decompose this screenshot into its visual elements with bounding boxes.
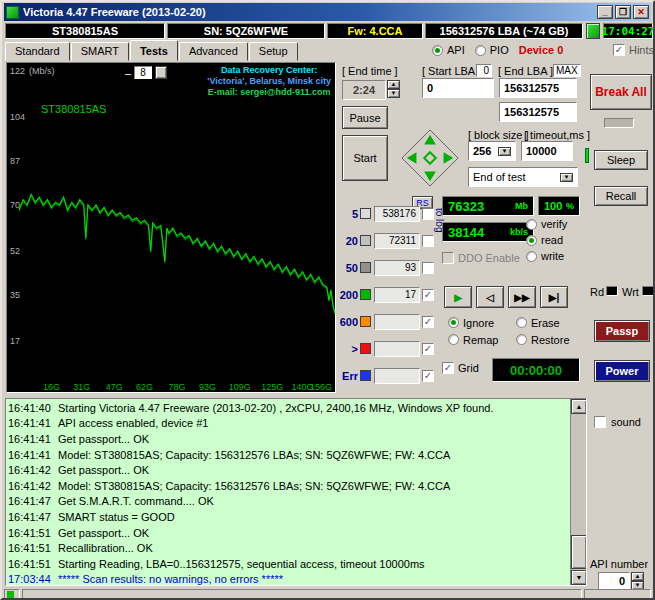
stat-log-checkbox[interactable]: ✓ — [422, 289, 434, 301]
combo-arrow-icon[interactable]: ▼ — [498, 147, 511, 156]
radio-icon[interactable] — [516, 334, 527, 345]
grid-label: Grid — [458, 362, 479, 374]
log-time: 16:41:51 — [8, 558, 58, 570]
stat-log-checkbox[interactable]: ✓ — [422, 370, 434, 382]
stat-log-checkbox[interactable]: ✓ — [422, 343, 434, 355]
scroll-up-icon[interactable]: ▲ — [571, 399, 587, 414]
close-button[interactable]: ✕ — [633, 5, 649, 19]
spin-up-icon[interactable]: ▲ — [631, 572, 644, 581]
drive-model-box: ST380815AS — [5, 23, 165, 39]
stat-log-checkbox[interactable] — [422, 208, 434, 220]
hints-label: Hints — [629, 44, 654, 56]
rw-option-label: write — [541, 250, 564, 262]
window-title: Victoria 4.47 Freeware (2013-02-20) — [23, 6, 595, 18]
defect-option-label: Ignore — [463, 317, 494, 329]
log-scrollbar[interactable]: ▲ ▼ — [570, 399, 586, 585]
start-lba-label: [ Start LBA ]: — [422, 65, 484, 77]
log-lines: 16:41:40Starting Victoria 4.47 Freeware … — [8, 400, 584, 586]
end-time-spinner[interactable]: ▲ ▼ — [387, 80, 400, 98]
block-size-combo[interactable]: 256 ▼ — [468, 141, 516, 161]
pio-radio[interactable] — [475, 45, 486, 56]
sleep-button[interactable]: Sleep — [594, 150, 648, 170]
tab-tests[interactable]: Tests — [130, 40, 178, 61]
grid-checkbox[interactable]: ✓ — [442, 362, 454, 374]
transport: ▶◁▶▶▶| — [444, 286, 568, 308]
svg-text:109G: 109G — [229, 382, 251, 392]
log-time: 17:03:44 — [8, 573, 58, 585]
radio-icon[interactable] — [448, 317, 459, 328]
graph-banner: Data Recovery Center: 'Victoria', Belaru… — [207, 65, 331, 98]
radio-icon[interactable] — [516, 317, 527, 328]
log-text: Get passport... OK — [58, 464, 149, 476]
defect-erase-option[interactable]: Erase — [516, 314, 584, 331]
sound-checkbox[interactable] — [594, 416, 606, 428]
combo-arrow-icon[interactable]: ▼ — [560, 173, 573, 182]
end-lba-input[interactable]: 156312575 — [499, 78, 577, 98]
radio-icon[interactable] — [526, 251, 537, 262]
end-of-test-combo[interactable]: End of test ▼ — [468, 167, 578, 187]
tab-setup[interactable]: Setup — [249, 42, 298, 61]
rw-mode-group: verifyreadwrite — [526, 216, 567, 264]
tab-standard[interactable]: Standard — [5, 42, 70, 61]
start-lba-input[interactable]: 0 — [422, 78, 494, 98]
stat-log-checkbox[interactable]: ✓ — [422, 316, 434, 328]
log-time: 16:41:41 — [8, 417, 58, 429]
rw-option-label: read — [541, 234, 563, 246]
scrollbar-thumb[interactable] — [571, 535, 587, 569]
stat-count — [374, 341, 420, 357]
log-line: 16:41:51Get passport... OK — [8, 525, 584, 541]
api-radio[interactable] — [432, 45, 443, 56]
avg-spin-button[interactable] — [155, 66, 167, 79]
tab-bar: StandardSMARTTestsAdvancedSetup — [5, 41, 299, 61]
percent-value: 100 — [544, 200, 562, 212]
end-lba-badge: MAX — [553, 64, 581, 77]
spin-up-icon[interactable]: ▲ — [387, 80, 400, 89]
seek-pad[interactable] — [400, 128, 460, 190]
defect-restore-option[interactable]: Restore — [516, 331, 584, 348]
stat-log-checkbox[interactable] — [422, 235, 434, 247]
passport-button[interactable]: Passp — [594, 320, 650, 342]
stats-rows: 55381762072311509320017✓600✓>✓Err✓ — [338, 200, 435, 389]
api-label: API — [447, 44, 465, 56]
stat-log-checkbox[interactable] — [422, 262, 434, 274]
start-lba-badge: 0 — [476, 64, 492, 77]
play-button[interactable]: ▶ — [444, 286, 472, 308]
pause-button[interactable]: Pause — [342, 106, 388, 129]
stat-threshold-label: 20 — [338, 235, 358, 247]
hints-checkbox[interactable]: ✓ — [613, 44, 625, 56]
radio-icon[interactable] — [448, 334, 459, 345]
log-time: 16:41:41 — [8, 449, 58, 461]
svg-text:156G: 156G — [310, 382, 332, 392]
defect-remap-option[interactable]: Remap — [448, 331, 516, 348]
seek-button[interactable]: ▶▶ — [508, 286, 536, 308]
spin-down-icon[interactable]: ▼ — [387, 89, 400, 98]
minimize-button[interactable]: _ — [597, 5, 613, 19]
to-end-button[interactable]: ▶| — [540, 286, 568, 308]
avg-value-box[interactable]: 8 — [134, 66, 152, 79]
minus-icon[interactable]: – — [125, 67, 131, 79]
rw-verify-option[interactable]: verify — [526, 216, 567, 232]
ddo-enable-row: DDO Enable — [442, 252, 520, 264]
radio-icon[interactable] — [526, 219, 537, 230]
rw-read-option[interactable]: read — [526, 232, 567, 248]
stat-color-icon — [360, 208, 371, 219]
drive-status-led[interactable] — [586, 23, 600, 39]
stat-threshold-label: Err — [338, 370, 358, 382]
maximize-button[interactable]: ❐ — [615, 5, 631, 19]
recall-button[interactable]: Recall — [594, 186, 648, 206]
ddo-enable-checkbox[interactable] — [442, 252, 454, 264]
step-back-button[interactable]: ◁ — [476, 286, 504, 308]
end-lba-input-2[interactable]: 156312575 — [499, 102, 577, 122]
timeout-input[interactable]: 10000 — [521, 141, 573, 161]
scroll-down-icon[interactable]: ▼ — [571, 570, 587, 585]
power-button[interactable]: Power — [594, 360, 650, 382]
tab-advanced[interactable]: Advanced — [179, 42, 248, 61]
start-button[interactable]: Start — [342, 135, 388, 181]
tab-smart[interactable]: SMART — [71, 42, 129, 61]
defect-ignore-option[interactable]: Ignore — [448, 314, 516, 331]
break-all-button[interactable]: Break All — [590, 74, 652, 110]
rw-write-option[interactable]: write — [526, 248, 567, 264]
title-bar[interactable]: Victoria 4.47 Freeware (2013-02-20) _ ❐ … — [4, 3, 651, 21]
radio-icon[interactable] — [526, 235, 537, 246]
log-panel[interactable]: 16:41:40Starting Victoria 4.47 Freeware … — [5, 398, 587, 586]
